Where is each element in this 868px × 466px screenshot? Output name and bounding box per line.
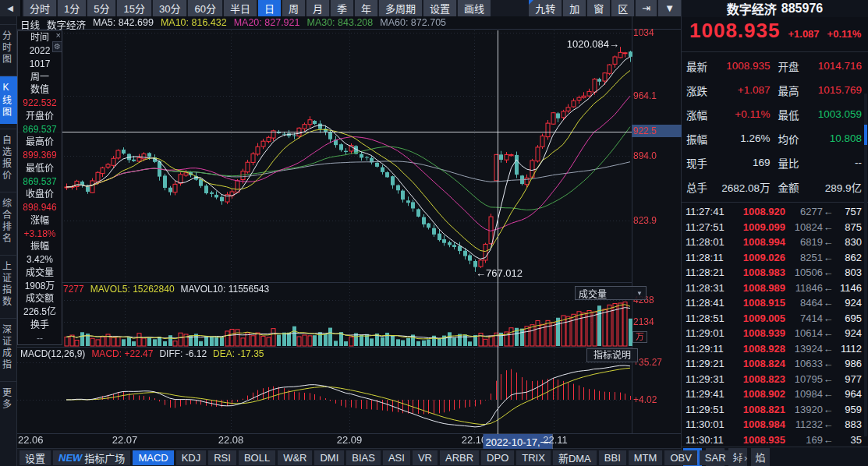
toolbar-tool-button[interactable]: 区 <box>611 0 634 16</box>
trade-row[interactable]: 11:29:411008.90210984←964 <box>682 387 868 402</box>
trade-row[interactable]: 11:28:311008.98911846←1146 <box>682 281 868 296</box>
period-button[interactable]: 画线 <box>458 0 491 16</box>
sidebar-item[interactable]: 更多 <box>0 381 17 416</box>
close-icon[interactable]: × <box>56 31 61 40</box>
indicator-tab[interactable]: RSI <box>208 450 236 465</box>
sidebar-item[interactable]: K线图 <box>0 76 17 124</box>
left-sidebar: 分时图K线图自选报价综合排名上证指数深证成指更多 <box>0 16 17 466</box>
trade-price: 1008.928 <box>734 343 785 355</box>
gear-icon[interactable]: ⚙ <box>52 41 62 52</box>
trade-count: 803 <box>834 267 868 278</box>
indicator-tab[interactable]: BIAS <box>346 450 381 465</box>
stats-row: 振幅1.26%均价10.808 <box>686 126 863 150</box>
stock-title: 数字经济 885976 <box>682 0 868 17</box>
period-button[interactable]: 分时 <box>23 0 56 16</box>
trade-row[interactable]: 11:28:211008.98310506←803 <box>682 265 868 281</box>
indicator-tab[interactable]: W&R <box>278 450 312 465</box>
collapse-panel-icon[interactable]: ◀ <box>0 0 22 16</box>
trade-row[interactable]: 11:27:411008.9206277←757 <box>682 204 868 220</box>
toolbar-tool-button[interactable]: 加 <box>563 0 586 16</box>
indicator-plaza-button[interactable]: NEW指标广场 <box>53 450 130 465</box>
indicator-tab[interactable]: DPO <box>481 450 514 465</box>
indicator-tab[interactable]: ARBR <box>440 450 479 465</box>
sidebar-item[interactable]: 自选报价 <box>0 129 17 187</box>
indicator-tab[interactable]: SAR <box>700 450 732 465</box>
trade-volume: 10824 <box>785 221 823 233</box>
period-button[interactable]: 季 <box>331 0 353 16</box>
trade-row[interactable]: 11:27:511009.09910824←875 <box>682 220 868 235</box>
period-button[interactable]: 多周期 <box>379 0 422 16</box>
stat-label: 振幅 <box>686 131 719 147</box>
data-panel-row: 最低价 <box>18 164 62 173</box>
trade-row[interactable]: 11:30:111008.935169←35 <box>682 432 868 447</box>
indicator-tab[interactable]: ASI <box>383 450 410 465</box>
volume-header-value: MAVOL5: 15262840 <box>90 284 175 295</box>
period-button[interactable]: 60分 <box>188 0 221 16</box>
indicator-tab[interactable]: BOLL <box>239 450 275 465</box>
stat-label: 涨跌 <box>686 83 719 98</box>
sidebar-item[interactable]: 综合排名 <box>0 192 17 250</box>
sidebar-item[interactable]: 深证成指 <box>0 318 17 376</box>
indicator-tab[interactable]: 新DMA <box>553 450 597 465</box>
next-arrow-button[interactable]: › <box>744 450 747 465</box>
indicator-tab[interactable]: VR <box>413 450 438 465</box>
trade-row[interactable]: 11:29:511008.82113920←959 <box>682 402 868 418</box>
indicator-tab[interactable]: TRIX <box>516 450 551 465</box>
toolbar-tool-button[interactable]: 九转 <box>529 0 562 16</box>
period-button[interactable]: 月 <box>306 0 329 16</box>
indicator-tab[interactable]: MACD <box>133 450 173 465</box>
settings-button[interactable]: 设置 <box>19 450 51 465</box>
trade-price: 1008.920 <box>734 206 785 217</box>
tick-trade-list[interactable]: 11:27:411008.9206277←75711:27:511009.099… <box>682 203 868 447</box>
indicator-help-button[interactable]: 指标说明 <box>586 348 638 362</box>
period-button[interactable]: 30分 <box>153 0 186 16</box>
indicator-tab[interactable]: BBI <box>599 450 626 465</box>
indicator-tab[interactable]: MTM <box>629 450 663 465</box>
period-button[interactable]: 年 <box>355 0 377 16</box>
indicator-tab[interactable]: OBV <box>664 450 696 465</box>
trade-row[interactable]: 11:28:511009.0057414←695 <box>682 311 868 327</box>
sidebar-item[interactable]: 上证指数 <box>0 255 17 313</box>
dock-right-icon[interactable]: ⇥ <box>636 0 657 16</box>
period-button[interactable]: 15分 <box>117 0 151 16</box>
sidebar-item[interactable]: 分时图 <box>0 24 17 71</box>
period-button[interactable]: 5分 <box>87 0 115 16</box>
crosshair-horizontal <box>17 132 632 132</box>
toolbar-tool-button[interactable]: 窗 <box>587 0 610 16</box>
period-button[interactable]: 1分 <box>58 0 86 16</box>
ma-header-value: MA20: 827.921 <box>234 17 300 30</box>
trade-row[interactable]: 11:29:211008.82410633←986 <box>682 356 868 372</box>
period-button[interactable]: 设置 <box>423 0 456 16</box>
price-change: +1.087 <box>788 28 819 40</box>
chevron-down-icon[interactable]: ▼ <box>658 0 681 16</box>
trade-row[interactable]: 11:29:111008.92813924←1112 <box>682 341 868 357</box>
trade-row[interactable]: 11:30:011008.98411232←883 <box>682 417 868 432</box>
trade-count: 977 <box>834 373 868 385</box>
quote-panel: 数字经济 885976 1008.935 +1.087 +0.11% 最新100… <box>681 0 868 466</box>
trade-count: 875 <box>834 221 868 233</box>
prev-arrow-button[interactable]: ‹ <box>736 450 739 465</box>
period-button[interactable]: 周 <box>282 0 305 16</box>
trade-row[interactable]: 11:28:011008.9946819←830 <box>682 235 868 250</box>
top-toolbar: ◀ 分时1分5分15分30分60分半日日周月季年多周期设置画线 九转加窗区⇥▼ <box>0 0 681 17</box>
arrow-left-icon: ← <box>823 312 834 324</box>
trade-row[interactable]: 11:28:411008.9158464←924 <box>682 295 868 311</box>
trade-row[interactable]: 11:29:011008.93910614←924 <box>682 326 868 341</box>
trade-row[interactable]: 11:28:111009.0268251←862 <box>682 250 868 266</box>
trade-count: 964 <box>834 388 868 400</box>
scrollbar-thumb[interactable] <box>864 125 867 145</box>
price-axis-tick: 1034 <box>633 26 654 39</box>
period-button[interactable]: 半日 <box>224 0 257 16</box>
data-panel-row: 周一 <box>18 72 62 82</box>
indicator-tab[interactable]: KDJ <box>176 450 207 465</box>
price-axis-tick: 823.9 <box>633 214 657 227</box>
indicator-plaza-label: 指标广场 <box>84 450 125 465</box>
macd-values-header: MACD(12,26,9)MACD: +22.47DIFF: -6.12DEA:… <box>20 348 264 360</box>
volume-indicator-selector[interactable]: 成交量 ▼ <box>575 286 647 300</box>
kline-chart-canvas[interactable] <box>17 16 681 436</box>
quote-tab[interactable]: 焰 <box>751 448 770 466</box>
trade-row[interactable]: 11:29:311008.82310795←977 <box>682 372 868 387</box>
indicator-tab[interactable]: DMI <box>314 450 344 465</box>
period-button[interactable]: 日 <box>258 0 281 16</box>
scrollbar[interactable] <box>864 94 867 436</box>
